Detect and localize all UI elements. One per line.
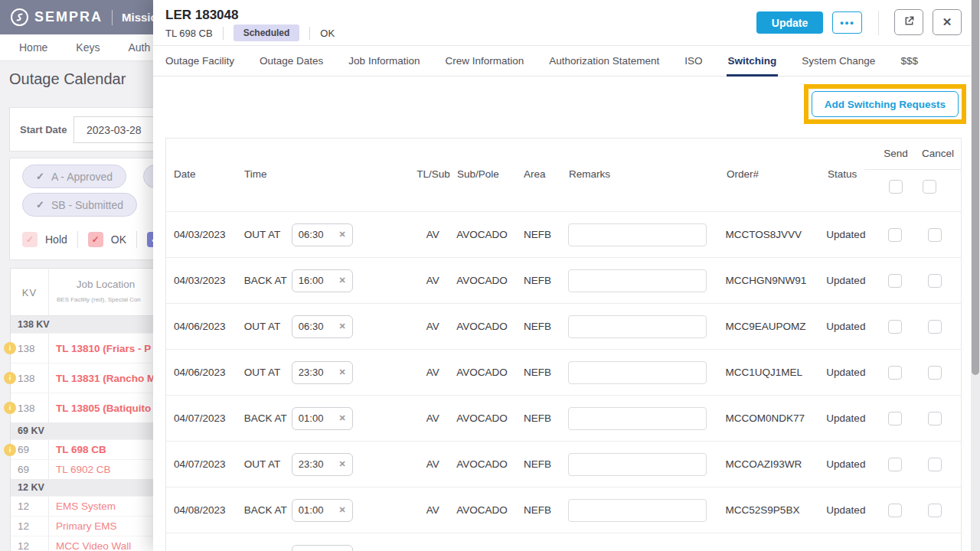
brand-name: SEMPRA xyxy=(34,9,103,25)
tab-dollars[interactable]: $$$ xyxy=(900,46,918,77)
send-checkbox[interactable] xyxy=(888,274,902,288)
switching-row-partial: ✕ xyxy=(166,533,961,551)
nav-item-keys[interactable]: Keys xyxy=(76,41,100,54)
col-header-status: Status xyxy=(828,168,857,180)
time-input[interactable]: ✕ xyxy=(292,545,353,551)
external-link-icon xyxy=(903,15,915,29)
ok-checkbox[interactable]: ✓ xyxy=(88,232,103,247)
facility-link[interactable]: MCC Video Wall xyxy=(49,536,131,551)
cancel-checkbox[interactable] xyxy=(928,274,942,288)
cancel-checkbox[interactable] xyxy=(928,228,942,242)
time-cell: ✕ xyxy=(244,545,410,551)
tab-outage-facility[interactable]: Outage Facility xyxy=(165,46,234,77)
time-input[interactable]: 23:30 ✕ xyxy=(292,361,353,384)
tab-system-change[interactable]: System Change xyxy=(802,46,875,77)
facility-link[interactable]: EMS System xyxy=(49,497,116,516)
cancel-checkbox[interactable] xyxy=(928,412,942,425)
send-checkbox[interactable] xyxy=(888,320,902,334)
add-switching-requests-button[interactable]: Add Switching Requests xyxy=(812,91,959,117)
cancel-checkbox[interactable] xyxy=(928,366,942,380)
facility-link[interactable]: TL 13810 (Friars - P xyxy=(49,334,151,363)
time-input[interactable]: 01:00 ✕ xyxy=(292,499,353,522)
time-input[interactable]: 23:30 ✕ xyxy=(292,453,353,476)
kv-section-138: 138 KV xyxy=(11,316,162,333)
clear-time-icon[interactable]: ✕ xyxy=(339,413,346,423)
date-cell: 04/08/2023 xyxy=(166,504,244,516)
facility-link[interactable]: Primary EMS xyxy=(49,517,117,536)
more-actions-button[interactable]: ●●● xyxy=(832,11,862,34)
subpole-cell: AVOCADO xyxy=(456,458,524,470)
kv-cell: i138 xyxy=(11,364,49,393)
facility-row: 12 Primary EMS xyxy=(11,516,162,536)
send-checkbox[interactable] xyxy=(888,228,902,242)
modal-header: LER 183048 TL 698 CB Scheduled OK Update… xyxy=(153,0,971,46)
update-button[interactable]: Update xyxy=(756,11,823,34)
clear-time-icon[interactable]: ✕ xyxy=(339,367,346,377)
send-checkbox[interactable] xyxy=(888,504,902,517)
order-cell: MCC1UQJ1MEL xyxy=(726,367,827,378)
check-icon: ✓ xyxy=(36,199,44,210)
cancel-checkbox[interactable] xyxy=(928,320,942,334)
tab-crew-information[interactable]: Crew Information xyxy=(445,46,524,77)
info-icon[interactable]: i xyxy=(4,372,16,384)
time-input[interactable]: 01:00 ✕ xyxy=(292,407,353,430)
send-checkbox[interactable] xyxy=(888,458,902,471)
switching-row: 04/03/2023 BACK AT 16:00 ✕ AV AVOCADO NE… xyxy=(166,257,961,303)
nav-item-home[interactable]: Home xyxy=(19,41,47,54)
tab-switching[interactable]: Switching xyxy=(728,46,777,77)
tab-authorization-statement[interactable]: Authorization Statement xyxy=(549,46,659,77)
facility-link[interactable]: TL 13831 (Rancho M xyxy=(49,364,155,393)
open-in-new-window-button[interactable] xyxy=(894,9,923,35)
cancel-all-checkbox[interactable] xyxy=(923,180,936,194)
cancel-checkbox[interactable] xyxy=(928,504,942,517)
filter-chip-approved[interactable]: ✓ A - Approved xyxy=(22,165,126,188)
facility-link[interactable]: TL 13805 (Batiquito xyxy=(49,393,151,422)
col-header-time: Time xyxy=(244,168,267,180)
remarks-input[interactable] xyxy=(568,269,707,292)
cancel-cell xyxy=(909,412,961,425)
remarks-input[interactable] xyxy=(568,361,707,384)
time-input[interactable]: 06:30 ✕ xyxy=(292,223,353,246)
remarks-input[interactable] xyxy=(568,453,707,476)
clear-time-icon[interactable]: ✕ xyxy=(339,505,346,515)
remarks-input[interactable] xyxy=(568,315,707,338)
hold-checkbox[interactable]: ✓ xyxy=(22,232,38,247)
page-scrollbar[interactable] xyxy=(971,0,980,551)
chip-label: SB - Submitted xyxy=(51,199,123,211)
cancel-checkbox[interactable] xyxy=(928,458,942,471)
send-all-checkbox[interactable] xyxy=(889,180,903,194)
remarks-input[interactable] xyxy=(568,407,707,430)
state-label: OK xyxy=(320,28,335,39)
close-modal-button[interactable]: ✕ xyxy=(933,9,962,35)
switching-row: 04/06/2023 OUT AT 23:30 ✕ AV AVOCADO NEF… xyxy=(166,349,961,395)
time-input[interactable]: 06:30 ✕ xyxy=(292,315,353,338)
topbar-divider xyxy=(112,10,113,25)
info-icon[interactable]: i xyxy=(4,444,16,456)
info-icon[interactable]: i xyxy=(4,402,16,414)
remarks-cell xyxy=(568,453,726,476)
tab-iso[interactable]: ISO xyxy=(684,46,702,77)
tab-outage-dates[interactable]: Outage Dates xyxy=(260,46,323,77)
filter-chip-submitted[interactable]: ✓ SB - Submitted xyxy=(22,193,137,217)
clear-time-icon[interactable]: ✕ xyxy=(339,321,346,331)
clear-time-icon[interactable]: ✕ xyxy=(339,459,346,469)
send-checkbox[interactable] xyxy=(888,412,902,425)
remarks-input[interactable] xyxy=(568,499,707,522)
facility-link[interactable]: TL 698 CB xyxy=(49,440,106,459)
cancel-cell xyxy=(909,458,961,471)
send-cell xyxy=(881,274,909,288)
clear-time-icon[interactable]: ✕ xyxy=(339,230,346,240)
time-input[interactable]: 16:00 ✕ xyxy=(292,269,353,292)
remarks-input[interactable] xyxy=(568,223,707,246)
facility-row: 69 TL 6902 CB xyxy=(11,459,162,479)
tab-job-information[interactable]: Job Information xyxy=(348,46,420,77)
scrollbar-thumb[interactable] xyxy=(972,0,979,375)
divider xyxy=(864,169,961,170)
info-icon[interactable]: i xyxy=(4,342,16,354)
send-checkbox[interactable] xyxy=(888,366,902,380)
facility-link[interactable]: TL 6902 CB xyxy=(49,460,111,479)
status-cell: Updated xyxy=(826,367,881,378)
send-cell xyxy=(881,504,909,517)
clear-time-icon[interactable]: ✕ xyxy=(339,276,346,285)
subpole-cell: AVOCADO xyxy=(456,367,524,378)
